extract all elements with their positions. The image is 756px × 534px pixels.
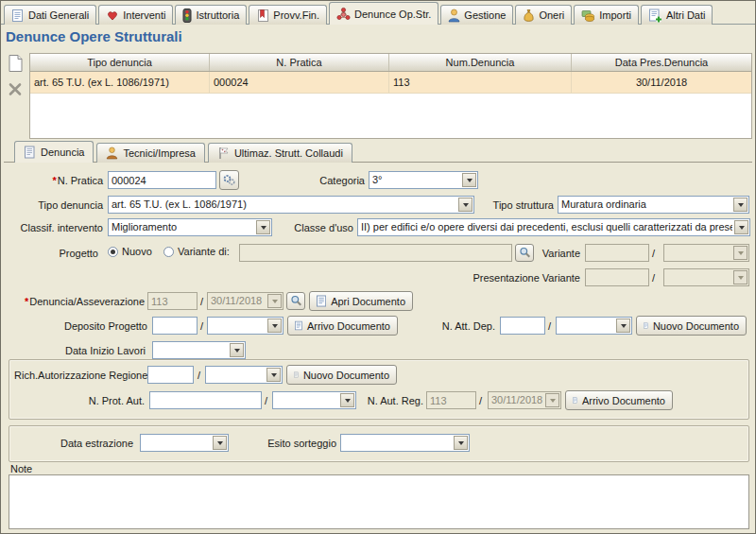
- presentazione-variante-date-select: [663, 268, 749, 286]
- categoria-select[interactable]: 3°: [369, 171, 478, 189]
- note-textarea[interactable]: [9, 474, 749, 529]
- tab-label: Altri Dati: [666, 9, 706, 21]
- label-data-estrazione: Data estrazione: [14, 437, 133, 450]
- main-tabbar: Dati Generali Interventi Istruttoria Pro…: [4, 3, 753, 25]
- chevron-down-icon: [266, 368, 281, 382]
- nuovo-documento-att-button[interactable]: Nuovo Documento: [636, 316, 747, 336]
- separator: /: [479, 394, 482, 407]
- tipo-struttura-select[interactable]: Muratura ordinaria: [558, 196, 749, 214]
- gears-icon: [222, 174, 236, 186]
- nuovo-documento-rich-button[interactable]: Nuovo Documento: [286, 365, 397, 385]
- n-prot-aut-date-select[interactable]: [272, 391, 356, 409]
- subtab-label: Tecnici/Impresa: [123, 147, 195, 159]
- n-att-dep-num-input[interactable]: [500, 317, 545, 335]
- arrivo-documento-deposito-button[interactable]: Arrivo Documento: [287, 316, 398, 336]
- column-header-tipo-denuncia[interactable]: Tipo denuncia: [30, 54, 210, 71]
- label-tipo-struttura: Tipo struttura: [469, 198, 554, 212]
- deposito-num-input[interactable]: [152, 317, 198, 335]
- variante-date-select: [663, 244, 749, 262]
- search-denuncia-button[interactable]: [286, 292, 305, 310]
- tab-gestione[interactable]: Gestione: [440, 5, 513, 25]
- document-icon: [24, 146, 36, 159]
- money-bag-icon: [523, 9, 535, 23]
- label-presentazione-variante: Presentazione Variante: [426, 271, 580, 284]
- tab-dati-generali[interactable]: Dati Generali: [4, 5, 96, 25]
- page-title: Denunce Opere Strutturali: [6, 28, 182, 44]
- chevron-down-icon: [213, 436, 227, 450]
- data-estrazione-select[interactable]: [140, 434, 229, 452]
- label-n-pratica: *N. Pratica: [1, 174, 103, 187]
- chevron-down-icon: [256, 220, 270, 234]
- n-att-dep-date-select[interactable]: [556, 317, 632, 335]
- separator: /: [265, 394, 267, 407]
- radio-progetto-variante[interactable]: Variante di:: [163, 246, 230, 257]
- chevron-down-icon: [340, 393, 354, 407]
- subtab-denuncia[interactable]: Denuncia: [14, 141, 94, 163]
- column-header-n-pratica[interactable]: N. Pratica: [210, 54, 389, 71]
- label-n-att-dep: N. Att. Dep.: [431, 319, 495, 333]
- label-data-inizio-lavori: Data Inizio Lavori: [1, 344, 146, 357]
- worker-person-icon: [106, 146, 118, 160]
- label-n-prot-aut: N. Prot. Aut.: [58, 394, 145, 407]
- subtab-tecnici-impresa[interactable]: Tecnici/Impresa: [96, 143, 204, 163]
- document-icon: [644, 319, 648, 332]
- classe-uso-select[interactable]: II) per edifici e/o opere diversi dai pr…: [357, 218, 750, 236]
- tab-provv-fin[interactable]: Provv.Fin.: [249, 5, 327, 25]
- chevron-down-icon: [267, 319, 282, 333]
- radio-progetto-nuovo[interactable]: Nuovo: [108, 246, 152, 257]
- new-document-icon: [8, 54, 24, 73]
- separator: /: [200, 295, 203, 308]
- tab-label: Oneri: [539, 9, 564, 21]
- tab-interventi[interactable]: Interventi: [98, 5, 173, 25]
- label-progetto: Progetto: [1, 247, 98, 260]
- rich-aut-date-select[interactable]: [205, 366, 283, 384]
- esito-sorteggio-select[interactable]: [340, 434, 470, 452]
- label-deposito-progetto: Deposito Progetto: [1, 319, 147, 333]
- tab-altri-dati[interactable]: Altri Dati: [641, 5, 713, 25]
- denuncia-num-input: [147, 292, 198, 310]
- tab-label: Provv.Fin.: [273, 9, 319, 21]
- document-icon: [573, 394, 577, 406]
- n-aut-reg-num-input: [426, 391, 476, 409]
- tab-oneri[interactable]: Oneri: [515, 5, 572, 25]
- n-pratica-input[interactable]: [108, 171, 216, 189]
- column-header-num-denuncia[interactable]: Num.Denuncia: [389, 54, 572, 71]
- table-header: Tipo denuncia N. Pratica Num.Denuncia Da…: [30, 54, 751, 72]
- classif-intervento-select[interactable]: Miglioramento: [108, 218, 272, 236]
- chevron-down-icon: [230, 343, 244, 357]
- rich-aut-num-input[interactable]: [147, 366, 194, 384]
- lookup-pratica-button[interactable]: [219, 170, 239, 190]
- chevron-down-icon: [616, 319, 630, 333]
- table-row[interactable]: art. 65 T.U. (ex L. 1086/1971) 000024 11…: [30, 72, 751, 94]
- data-inizio-lavori-select[interactable]: [152, 341, 246, 359]
- column-header-data-pres-denuncia[interactable]: Data Pres.Denuncia: [572, 54, 751, 71]
- new-record-button[interactable]: [5, 53, 26, 74]
- label-tipo-denuncia: Tipo denuncia: [1, 198, 103, 212]
- tab-label: Dati Generali: [28, 9, 89, 21]
- deposito-date-select[interactable]: [207, 317, 284, 335]
- label-note: Note: [10, 462, 67, 475]
- ribbon-document-icon: [256, 9, 269, 23]
- tab-denunce-op-str[interactable]: Denunce Op.Str.: [329, 2, 438, 25]
- tipo-denuncia-select[interactable]: art. 65 T.U. (ex L. 1086/1971): [108, 196, 474, 214]
- search-variante-button[interactable]: [515, 244, 534, 262]
- separator: /: [548, 319, 551, 333]
- tab-importi[interactable]: Importi: [574, 5, 639, 25]
- n-prot-aut-num-input[interactable]: [149, 391, 262, 409]
- chevron-down-icon: [267, 294, 282, 308]
- tab-istruttoria[interactable]: Istruttoria: [175, 5, 247, 25]
- chevron-down-icon: [733, 198, 747, 212]
- tab-label: Denunce Op.Str.: [354, 9, 431, 20]
- subtab-ultimaz-strutt-collaudi[interactable]: Ultimaz. Strutt. Collaudi: [208, 143, 352, 163]
- magnifier-icon: [519, 247, 531, 259]
- separator: /: [200, 319, 203, 333]
- apri-documento-button[interactable]: Apri Documento: [309, 291, 413, 311]
- radio-icon: [163, 247, 174, 257]
- label-classe-uso: Classe d'uso: [280, 221, 353, 234]
- label-rich-autorizzazione-regione: Rich.Autorizzazione Regione: [14, 369, 145, 382]
- delete-record-button[interactable]: [5, 78, 26, 99]
- arrivo-documento-aut-button[interactable]: Arrivo Documento: [565, 390, 673, 410]
- variante-num-input: [585, 244, 649, 262]
- coins-icon: [581, 9, 595, 22]
- chevron-down-icon: [545, 393, 559, 407]
